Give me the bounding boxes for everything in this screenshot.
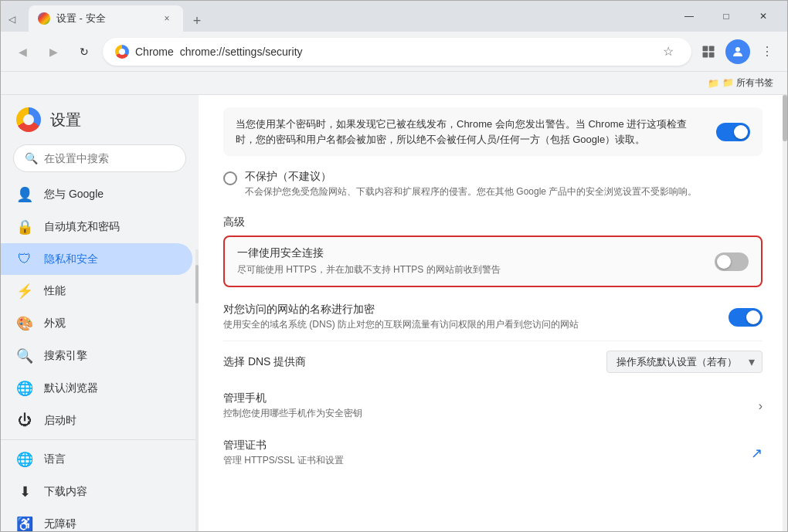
- search-input[interactable]: [44, 152, 179, 164]
- sidebar-label-downloads: 下载内容: [44, 485, 87, 499]
- svg-rect-3: [709, 52, 715, 57]
- sidebar-label-language: 语言: [44, 452, 66, 466]
- settings-header: 设置: [1, 95, 199, 144]
- manage-cert-external-icon: ↗: [751, 445, 763, 462]
- close-button[interactable]: ✕: [746, 4, 781, 29]
- appearance-icon: 🎨: [16, 315, 33, 332]
- dns-provider-select[interactable]: 操作系统默认设置（若有） Google（公共 DNS） Cloudflare 自…: [606, 351, 763, 373]
- chrome-label: Chrome: [135, 46, 174, 58]
- sidebar-label-appearance: 外观: [44, 317, 66, 330]
- reload-button[interactable]: ↻: [72, 39, 97, 64]
- user-icon: 👤: [16, 186, 33, 203]
- manage-cert-text: 管理证书 管理 HTTPS/SSL 证书和设置: [223, 439, 751, 467]
- radio-unprotected[interactable]: 不保护（不建议） 不会保护您免受危险网站、下载内容和扩展程序的侵害。您在其他 G…: [223, 162, 763, 206]
- titlebar: ◁ 设置 - 安全 × + — □ ✕: [1, 1, 787, 32]
- sidebar-label-privacy: 隐私和安全: [44, 252, 98, 266]
- manage-phone-row[interactable]: 管理手机 控制您使用哪些手机作为安全密钥 ›: [223, 382, 763, 429]
- dns-select-wrapper[interactable]: 操作系统默认设置（若有） Google（公共 DNS） Cloudflare 自…: [606, 351, 763, 373]
- download-icon: ⬇: [16, 483, 33, 500]
- manage-phone-title: 管理手机: [223, 391, 759, 405]
- sidebar-label-accessibility: 无障碍: [44, 517, 76, 531]
- dns-encryption-row: 对您访问的网站的名称进行加密 使用安全的域名系统 (DNS) 防止对您的互联网流…: [223, 293, 763, 341]
- password-warning-toggle[interactable]: [716, 123, 750, 141]
- manage-phone-sub: 控制您使用哪些手机作为安全密钥: [223, 407, 759, 420]
- content-scrollbar-track: [783, 95, 787, 531]
- sidebar-item-search[interactable]: 🔍 搜索引擎: [1, 340, 192, 372]
- radio-unprotected-title: 不保护（不建议）: [245, 170, 697, 184]
- https-setting-toggle[interactable]: [715, 252, 749, 271]
- password-warning-block: 当您使用某个密码时，如果发现它已被在线发布，Chrome 会向您发出警告。当 C…: [223, 107, 763, 156]
- extensions-button[interactable]: [698, 41, 719, 63]
- minimize-button[interactable]: —: [671, 4, 707, 29]
- manage-cert-row[interactable]: 管理证书 管理 HTTPS/SSL 证书和设置 ↗: [223, 429, 763, 476]
- bookmark-star-button[interactable]: ☆: [657, 41, 679, 63]
- chrome-menu-button[interactable]: ⋮: [756, 41, 778, 63]
- sidebar-item-google[interactable]: 👤 您与 Google: [1, 178, 192, 211]
- https-setting-row: 一律使用安全连接 尽可能使用 HTTPS，并在加载不支持 HTTPS 的网站前收…: [237, 246, 749, 276]
- bookmarks-bar: 📁 📁 所有书签: [1, 72, 787, 95]
- addressbar: ◀ ▶ ↻ Chrome chrome://settings/security …: [1, 32, 787, 72]
- advanced-section: 高级 一律使用安全连接 尽可能使用 HTTPS，并在加载不支持 HTTPS 的网…: [223, 215, 763, 476]
- settings-logo: [16, 107, 41, 132]
- dns-sub: 使用安全的域名系统 (DNS) 防止对您的互联网流量有访问权限的用户看到您访问的…: [223, 318, 716, 331]
- advanced-label: 高级: [223, 215, 763, 229]
- warning-text: 当您使用某个密码时，如果发现它已被在线发布，Chrome 会向您发出警告。当 C…: [236, 117, 716, 147]
- sidebar-label-performance: 性能: [44, 284, 66, 298]
- language-icon: 🌐: [16, 451, 33, 468]
- dns-provider-label: 选择 DNS 提供商: [223, 355, 606, 369]
- search-icon: 🔍: [25, 152, 38, 164]
- maximize-button[interactable]: □: [708, 4, 744, 29]
- sidebar-item-privacy[interactable]: 🛡 隐私和安全: [1, 243, 192, 275]
- sidebar-item-appearance[interactable]: 🎨 外观: [1, 307, 192, 340]
- lock-icon: 🔒: [16, 219, 33, 236]
- sidebar-item-performance[interactable]: ⚡ 性能: [1, 275, 192, 307]
- sidebar-item-default-browser[interactable]: 🌐 默认浏览器: [1, 372, 192, 405]
- dns-encryption-text: 对您访问的网站的名称进行加密 使用安全的域名系统 (DNS) 防止对您的互联网流…: [223, 303, 716, 331]
- sidebar-item-autofill[interactable]: 🔒 自动填充和密码: [1, 211, 192, 243]
- sidebar-divider: [1, 439, 199, 440]
- url-bar[interactable]: Chrome chrome://settings/security ☆: [103, 38, 691, 66]
- sidebar-label-search: 搜索引擎: [44, 349, 87, 363]
- radio-unprotected-text: 不保护（不建议） 不会保护您免受危险网站、下载内容和扩展程序的侵害。您在其他 G…: [245, 170, 697, 198]
- manage-phone-arrow: ›: [759, 399, 763, 413]
- tab-close-button[interactable]: ×: [160, 12, 174, 25]
- sidebar-item-language[interactable]: 🌐 语言: [1, 443, 192, 476]
- https-setting-box: 一律使用安全连接 尽可能使用 HTTPS，并在加载不支持 HTTPS 的网站前收…: [223, 236, 763, 287]
- dns-provider-row: 选择 DNS 提供商 操作系统默认设置（若有） Google（公共 DNS） C…: [223, 341, 763, 382]
- window-controls: — □ ✕: [665, 1, 787, 32]
- url-text: chrome://settings/security: [180, 46, 651, 58]
- radio-circle-unprotected: [223, 171, 237, 185]
- manage-phone-text: 管理手机 控制您使用哪些手机作为安全密钥: [223, 391, 759, 420]
- manage-cert-sub: 管理 HTTPS/SSL 证书和设置: [223, 454, 751, 467]
- svg-rect-1: [709, 46, 715, 51]
- radio-unprotected-sub: 不会保护您免受危险网站、下载内容和扩展程序的侵害。您在其他 Google 产品中…: [245, 185, 697, 198]
- browser-icon: 🌐: [16, 380, 33, 397]
- new-tab-button[interactable]: +: [186, 10, 208, 32]
- accessibility-icon: ♿: [16, 516, 33, 531]
- sidebar-item-accessibility[interactable]: ♿ 无障碍: [1, 508, 192, 531]
- main-area: 设置 🔍 👤 您与 Google 🔒 自动填充和密码 🛡: [1, 95, 787, 531]
- https-setting-sub: 尽可能使用 HTTPS，并在加载不支持 HTTPS 的网站前收到警告: [237, 263, 501, 276]
- sidebar-label-autofill: 自动填充和密码: [44, 220, 120, 234]
- password-warning-row: 当您使用某个密码时，如果发现它已被在线发布，Chrome 会向您发出警告。当 C…: [236, 117, 750, 147]
- content-inner: 当您使用某个密码时，如果发现它已被在线发布，Chrome 会向您发出警告。当 C…: [199, 95, 787, 489]
- sidebar-item-startup[interactable]: ⏻ 启动时: [1, 405, 192, 436]
- dns-title: 对您访问的网站的名称进行加密: [223, 303, 716, 317]
- dns-toggle[interactable]: [729, 308, 763, 327]
- https-setting-text: 一律使用安全连接 尽可能使用 HTTPS，并在加载不支持 HTTPS 的网站前收…: [237, 246, 501, 276]
- search-engine-icon: 🔍: [16, 347, 33, 364]
- tab-title-text: 设置 - 安全: [56, 12, 154, 25]
- bookmarks-all-button[interactable]: 📁 📁 所有书签: [703, 75, 778, 91]
- startup-icon: ⏻: [16, 412, 33, 429]
- account-button[interactable]: [725, 39, 750, 64]
- active-tab[interactable]: 设置 - 安全 ×: [29, 5, 183, 32]
- browser-window: ◁ 设置 - 安全 × + — □ ✕ ◀ ▶ ↻ Chrome chrome:…: [0, 0, 788, 532]
- svg-point-4: [735, 47, 740, 52]
- sidebar-search-bar[interactable]: 🔍: [13, 144, 186, 172]
- forward-button[interactable]: ▶: [41, 39, 66, 64]
- sidebar-item-downloads[interactable]: ⬇ 下载内容: [1, 476, 192, 508]
- back-button[interactable]: ◀: [10, 39, 35, 64]
- svg-rect-0: [703, 46, 708, 51]
- bookmarks-label: 📁 所有书签: [722, 76, 773, 90]
- sidebar-label-default: 默认浏览器: [44, 381, 98, 395]
